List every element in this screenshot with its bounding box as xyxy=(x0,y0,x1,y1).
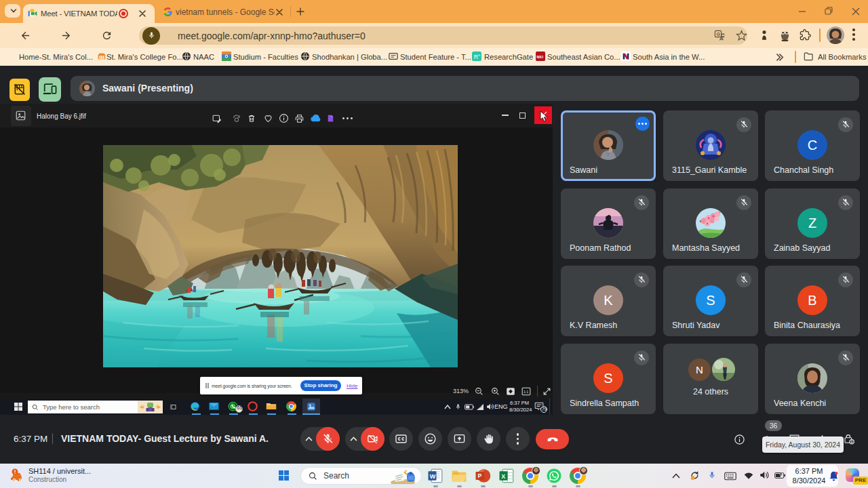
svg-text:G: G xyxy=(478,54,481,57)
svg-text:G: G xyxy=(717,32,721,37)
svg-text:W: W xyxy=(430,473,436,480)
svg-text:NIU: NIU xyxy=(536,55,543,59)
svg-text:P: P xyxy=(478,472,482,479)
svg-text:1:1: 1:1 xyxy=(524,390,528,394)
svg-text:X: X xyxy=(501,473,505,480)
